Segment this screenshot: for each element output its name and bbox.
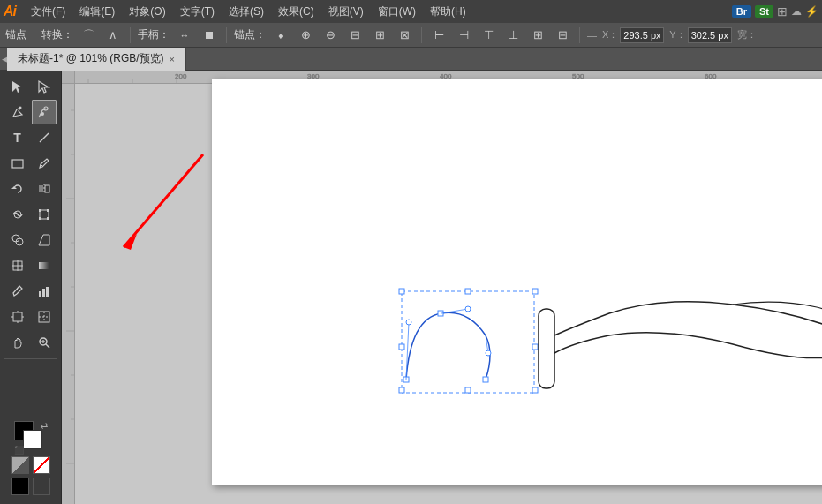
toolbar-separator2 — [130, 27, 131, 43]
color-section: ⇄ ⬛ — [2, 421, 59, 500]
stock-button[interactable]: St — [755, 5, 773, 18]
anchor-add-btn[interactable]: ⊕ — [296, 26, 315, 45]
slice-tool[interactable] — [32, 305, 57, 329]
pen-tool[interactable] — [5, 100, 30, 124]
menu-view[interactable]: 视图(V) — [322, 3, 370, 21]
eyedropper-tool[interactable] — [5, 279, 30, 304]
type-tool[interactable]: T — [5, 125, 30, 150]
align-distribute-v-btn[interactable]: ⊟ — [553, 26, 572, 45]
tool-row-4 — [2, 151, 59, 176]
black-swatch[interactable] — [11, 478, 29, 495]
tool-row-8 — [2, 253, 59, 278]
svg-rect-9 — [39, 185, 43, 192]
cloud-icon: ☁ — [791, 5, 802, 18]
anchor-remove-btn[interactable]: ⊖ — [321, 26, 340, 45]
color-mode-row — [11, 456, 50, 474]
zoom-tool[interactable] — [32, 330, 57, 355]
toolbox-separator — [4, 358, 57, 359]
menu-type[interactable]: 文字(T) — [174, 3, 221, 21]
rect-tool[interactable] — [5, 151, 30, 176]
canvas-area[interactable]: 200 300 400 500 600 — [62, 71, 822, 504]
svg-line-38 — [46, 344, 49, 348]
color-reset-button[interactable]: ⬛ — [14, 446, 24, 455]
mesh-tool[interactable] — [5, 253, 30, 278]
y-input[interactable] — [688, 27, 732, 43]
svg-rect-10 — [45, 185, 49, 192]
svg-point-2 — [19, 107, 21, 109]
x-input[interactable] — [620, 27, 664, 43]
free-transform-tool[interactable] — [32, 202, 57, 227]
background-color[interactable] — [23, 430, 42, 449]
bar-chart-tool[interactable] — [32, 279, 57, 304]
dash-icon: — — [587, 30, 597, 41]
direct-select-tool[interactable] — [32, 74, 57, 99]
pencil-tool[interactable] — [32, 151, 57, 176]
color-pair: ⇄ ⬛ — [14, 421, 48, 455]
svg-rect-75 — [399, 289, 404, 294]
white-swatch[interactable] — [33, 478, 50, 495]
svg-rect-29 — [13, 312, 22, 321]
menu-object[interactable]: 对象(O) — [123, 3, 171, 21]
svg-rect-15 — [47, 209, 49, 212]
menu-edit[interactable]: 编辑(E) — [73, 3, 121, 21]
anchor-align-btn[interactable]: ⊞ — [370, 26, 389, 45]
tool-row-2 — [2, 100, 59, 124]
svg-rect-28 — [46, 287, 49, 297]
svg-rect-79 — [532, 344, 538, 350]
artwork-svg — [62, 71, 822, 504]
select-tool[interactable] — [5, 74, 30, 99]
line-tool[interactable] — [32, 125, 57, 150]
tool-row-1 — [2, 74, 59, 99]
secondary-toolbar: 锚点 转换： ⌒ ∧ 手柄： ↔ 锚点： ⬧ ⊕ ⊖ ⊟ ⊞ ⊠ ⊢ ⊣ ⊤ ⊥… — [0, 23, 822, 48]
menu-select[interactable]: 选择(S) — [222, 3, 270, 21]
color-mode-button[interactable] — [11, 456, 29, 474]
rotate-tool[interactable] — [5, 177, 30, 201]
svg-rect-76 — [465, 289, 471, 294]
anchor-type1-btn[interactable]: ⬧ — [271, 26, 290, 45]
workspace-icon[interactable]: ⊞ — [777, 4, 788, 19]
handle-type1-btn[interactable]: ↔ — [175, 26, 194, 45]
svg-rect-14 — [39, 209, 41, 212]
svg-rect-24 — [39, 262, 49, 269]
none-color-button[interactable] — [33, 456, 50, 474]
anchor-end-btn[interactable]: ⊠ — [395, 26, 414, 45]
main-layout: T — [0, 71, 822, 504]
anchor-distribute-btn[interactable]: ⊟ — [345, 26, 365, 45]
handle-small-btn[interactable] — [200, 26, 219, 45]
bridge-button[interactable]: Br — [732, 5, 751, 18]
align-distribute-h-btn[interactable]: ⊞ — [528, 26, 547, 45]
svg-rect-77 — [532, 289, 538, 294]
tab-close-button[interactable]: × — [170, 54, 175, 64]
convert-smooth-btn[interactable]: ⌒ — [79, 26, 98, 45]
reflect-tool[interactable] — [32, 177, 57, 201]
svg-marker-1 — [39, 81, 49, 93]
gradient-tool[interactable] — [32, 253, 57, 278]
perspective-tool[interactable] — [32, 228, 57, 252]
menu-help[interactable]: 帮助(H) — [424, 3, 472, 21]
hand-tool[interactable] — [5, 330, 30, 355]
document-tab[interactable]: 未标题-1* @ 101% (RGB/预览) × — [7, 48, 186, 71]
convert-label: 转换： — [41, 27, 73, 42]
svg-rect-6 — [12, 160, 23, 168]
menu-file[interactable]: 文件(F) — [25, 3, 72, 21]
align-bottom-btn[interactable]: ⊥ — [503, 26, 523, 45]
align-left-btn[interactable]: ⊢ — [429, 26, 449, 45]
shape-builder-tool[interactable] — [5, 228, 30, 252]
menu-window[interactable]: 窗口(W) — [372, 3, 422, 21]
convert-corner-btn[interactable]: ∧ — [103, 26, 123, 45]
artboard-tool[interactable] — [5, 305, 30, 329]
app-logo: Ai — [4, 4, 16, 19]
ruler-corner — [62, 71, 75, 84]
align-top-btn[interactable]: ⊤ — [479, 26, 498, 45]
svg-line-5 — [40, 133, 49, 142]
svg-rect-26 — [39, 291, 41, 297]
anchor-tool[interactable] — [32, 100, 57, 124]
menu-effect[interactable]: 效果(C) — [272, 3, 321, 21]
align-center-btn[interactable]: ⊣ — [454, 26, 473, 45]
handle-label: 手柄： — [138, 27, 170, 42]
warp-tool[interactable] — [5, 202, 30, 227]
svg-point-87 — [406, 320, 411, 325]
svg-rect-27 — [42, 289, 45, 297]
svg-point-91 — [486, 350, 491, 356]
x-label: X： — [602, 28, 618, 41]
